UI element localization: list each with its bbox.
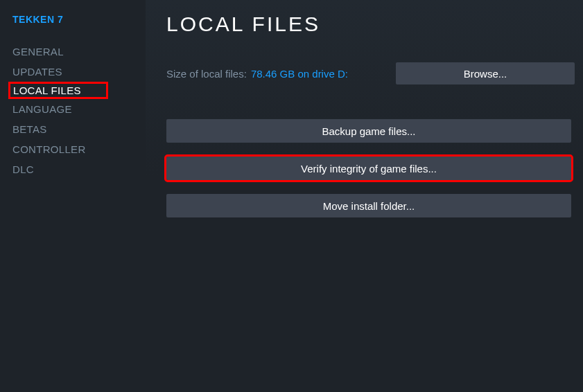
sidebar-item-general[interactable]: GENERAL <box>12 42 64 62</box>
move-button[interactable]: Move install folder... <box>166 194 571 217</box>
sidebar-item-dlc[interactable]: DLC <box>12 159 34 179</box>
size-row: Size of local files: 78.46 GB on drive D… <box>166 62 575 84</box>
backup-button[interactable]: Backup game files... <box>166 119 571 143</box>
size-label: Size of local files: <box>166 68 247 80</box>
browse-button[interactable]: Browse... <box>396 62 575 84</box>
size-value: 78.46 GB on drive D: <box>251 68 348 80</box>
sidebar-item-updates[interactable]: UPDATES <box>12 62 62 82</box>
verify-button[interactable]: Verify integrity of game files... <box>166 157 571 180</box>
sidebar-item-language[interactable]: LANGUAGE <box>12 99 72 119</box>
sidebar-item-controller[interactable]: CONTROLLER <box>12 139 86 159</box>
game-title: TEKKEN 7 <box>12 14 146 25</box>
main-panel: LOCAL FILES Size of local files: 78.46 G… <box>146 0 583 392</box>
page-title: LOCAL FILES <box>166 12 575 36</box>
sidebar: TEKKEN 7 GENERAL UPDATES LOCAL FILES LAN… <box>0 0 146 392</box>
sidebar-item-betas[interactable]: BETAS <box>12 119 47 139</box>
sidebar-item-local-files[interactable]: LOCAL FILES <box>8 82 108 99</box>
